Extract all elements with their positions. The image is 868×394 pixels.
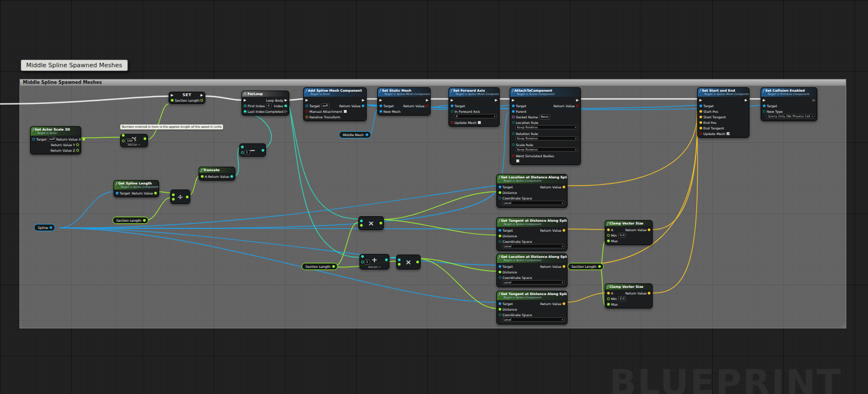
enum-pin[interactable]	[499, 197, 501, 200]
blueprint-graph-canvas[interactable]: { "ui": { "tooltip": "Middle Spline Spaw…	[0, 0, 868, 394]
enum-dropdown[interactable]: Keep Relative▾	[515, 136, 578, 141]
object-pin[interactable]	[116, 192, 119, 194]
exec-pin[interactable]: ▶	[576, 98, 579, 102]
enum-dropdown[interactable]: Local▾	[502, 317, 565, 322]
object-pin[interactable]	[512, 110, 515, 113]
node-get-location-at-distance-along-spline-1[interactable]: ƒGet Location at Distance Along SplineTa…	[496, 174, 568, 208]
checkbox[interactable]	[477, 121, 481, 124]
float-pin[interactable]	[607, 303, 610, 306]
float-pin[interactable]	[122, 139, 125, 142]
int-pin[interactable]	[360, 220, 363, 222]
float-pin[interactable]	[607, 297, 610, 300]
vector-pin[interactable]	[648, 292, 650, 295]
object-pin[interactable]	[50, 226, 52, 229]
int-pin[interactable]	[284, 104, 287, 107]
bool-pin[interactable]	[305, 110, 308, 113]
value-box[interactable]: None	[539, 114, 550, 119]
exec-pin[interactable]: ▶	[495, 98, 497, 102]
float-pin[interactable]	[379, 222, 382, 225]
float-pin[interactable]	[607, 240, 610, 242]
float-pin[interactable]	[499, 235, 501, 237]
exec-pin[interactable]: ▶	[512, 98, 515, 102]
vector-pin[interactable]	[699, 127, 702, 129]
enum-pin[interactable]	[512, 132, 515, 135]
bool-pin[interactable]	[451, 121, 453, 124]
float-pin[interactable]	[416, 261, 419, 263]
float-pin[interactable]	[122, 134, 125, 137]
exec-pin[interactable]: ▶	[744, 98, 747, 102]
enum-pin[interactable]	[499, 313, 501, 316]
node-set-start-and-end[interactable]: ƒSet Start and EndTarget is Spline Mesh …	[697, 87, 749, 138]
exec-pin[interactable]: ▶	[699, 98, 702, 102]
value-box[interactable]: 0.0	[618, 233, 627, 238]
enum-dropdown[interactable]: Keep Relative▾	[515, 125, 578, 129]
float-pin[interactable]	[201, 175, 204, 178]
enum-pin[interactable]	[763, 110, 766, 113]
value-box[interactable]: self	[321, 103, 330, 108]
node-attach-to-component[interactable]: ƒAttachToComponentTarget is Scene Compon…	[510, 87, 581, 165]
vector-pin[interactable]	[563, 229, 565, 232]
var-node-middle-mesh-var[interactable]: Middle Mesh	[339, 131, 371, 138]
float-pin[interactable]	[607, 234, 610, 237]
add-pin-button[interactable]: Add pin +	[121, 143, 147, 146]
object-pin[interactable]	[499, 265, 501, 268]
name-pin[interactable]	[512, 116, 515, 118]
float-pin[interactable]	[144, 137, 146, 140]
node-get-tangent-at-distance-along-spline-2[interactable]: ƒGet Tangent at Distance Along SplineTar…	[496, 291, 568, 325]
vector-pin[interactable]	[607, 228, 610, 231]
vector-pin[interactable]	[563, 265, 565, 268]
int-pin[interactable]	[361, 261, 364, 263]
int-pin[interactable]	[241, 151, 244, 154]
add-pin-button[interactable]: Add pin +	[360, 266, 389, 268]
exec-pin[interactable]: ▶	[244, 98, 246, 102]
vector-pin[interactable]	[699, 110, 702, 113]
exec-pin[interactable]: ▷	[812, 98, 815, 102]
node-get-tangent-at-distance-along-spline-1[interactable]: ƒGet Tangent at Distance Along SplineTar…	[496, 217, 568, 251]
node-multiply-index[interactable]: ×	[358, 216, 384, 230]
object-pin[interactable]	[499, 229, 501, 232]
bool-pin[interactable]	[512, 154, 515, 157]
enum-dropdown[interactable]: Local▾	[502, 244, 565, 248]
exec-pin[interactable]: ▶	[763, 98, 766, 102]
enum-pin[interactable]	[512, 143, 515, 146]
enum-dropdown[interactable]: X▾	[454, 114, 497, 118]
int-pin[interactable]	[241, 146, 244, 148]
bool-pin[interactable]	[699, 132, 702, 135]
int-pin[interactable]	[385, 258, 388, 261]
node-get-spline-length[interactable]: ƒGet Spline LengthTarget is Spline Compo…	[114, 180, 159, 197]
float-pin[interactable]	[171, 99, 174, 102]
var-node-section-length-var-1[interactable]: Section Length	[112, 217, 149, 224]
vector-pin[interactable]	[607, 292, 610, 295]
float-pin[interactable]	[154, 192, 157, 194]
node-multiply-scale-by-100[interactable]: ×100Add pin +	[120, 134, 148, 147]
exec-pin[interactable]: ▶	[284, 98, 287, 102]
float-pin[interactable]	[499, 191, 501, 194]
node-multiply-index-plus-one[interactable]: ×	[396, 255, 421, 270]
var-node-section-length-var-3[interactable]: Section Length	[568, 263, 604, 270]
object-pin[interactable]	[512, 104, 515, 107]
object-pin[interactable]	[451, 104, 453, 107]
object-pin[interactable]	[499, 186, 501, 188]
int-pin[interactable]	[230, 175, 233, 178]
node-set-static-mesh[interactable]: ƒSet Static MeshTarget is Spline Mesh Co…	[377, 87, 431, 116]
float-pin[interactable]	[82, 138, 85, 141]
object-pin[interactable]	[379, 110, 382, 113]
node-clamp-vector-size-1[interactable]: ƒClamp Vector SizeAReturn ValueMin0.0Max	[605, 220, 653, 245]
node-set-collision-enabled[interactable]: ƒSet Collision EnabledTarget is Primitiv…	[761, 87, 817, 121]
checkbox[interactable]: ✓	[726, 132, 730, 136]
enum-dropdown[interactable]: Local▾	[502, 280, 565, 285]
bool-pin[interactable]	[576, 104, 579, 107]
float-pin[interactable]	[143, 219, 146, 222]
float-pin[interactable]	[398, 263, 401, 266]
exec-pin[interactable]: ▶	[426, 98, 428, 102]
vector-pin[interactable]	[699, 116, 702, 118]
float-pin[interactable]	[360, 224, 363, 227]
object-pin[interactable]	[379, 104, 382, 107]
object-pin[interactable]	[32, 138, 35, 141]
int-pin[interactable]	[398, 258, 401, 261]
bool-pin[interactable]	[426, 104, 428, 107]
exec-pin[interactable]: ▶	[451, 98, 453, 102]
checkbox[interactable]	[343, 109, 347, 113]
object-pin[interactable]	[362, 104, 364, 107]
float-pin[interactable]	[186, 196, 189, 198]
